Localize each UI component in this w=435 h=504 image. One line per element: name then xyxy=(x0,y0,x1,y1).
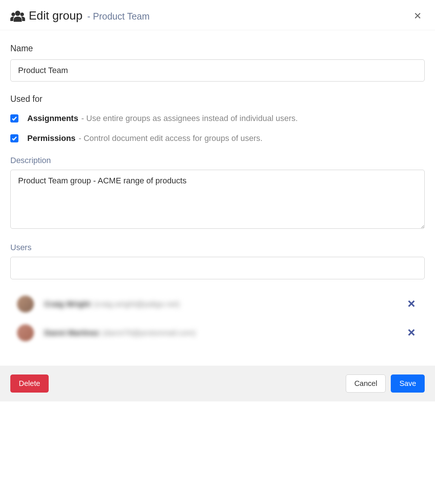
svg-point-2 xyxy=(20,13,24,16)
permissions-label: Permissions xyxy=(27,134,76,143)
user-name: Craig Wright xyxy=(44,300,91,308)
description-textarea[interactable] xyxy=(10,170,425,229)
dialog-header: Edit group - Product Team ✕ xyxy=(0,0,435,30)
save-button[interactable]: Save xyxy=(391,374,425,393)
user-info: Craig Wright (craig.wright@paligo.net) xyxy=(44,300,392,308)
remove-icon xyxy=(408,329,415,336)
checkbox-row-assignments: Assignments - Use entire groups as assig… xyxy=(10,114,425,123)
title-suffix: - Product Team xyxy=(87,11,150,21)
user-name: Danni Martinez xyxy=(44,328,99,337)
remove-user-button[interactable] xyxy=(402,298,421,310)
svg-point-0 xyxy=(15,11,20,16)
user-email: (danni76@protonmail.com) xyxy=(102,328,196,337)
users-group-icon xyxy=(10,10,25,22)
footer-right-buttons: Cancel Save xyxy=(346,374,425,393)
header-title-group: Edit group - Product Team xyxy=(10,9,150,23)
permissions-hint: - Control document edit access for group… xyxy=(79,134,262,143)
assignments-label: Assignments xyxy=(27,114,78,123)
bottom-whitespace xyxy=(0,401,435,474)
name-input[interactable] xyxy=(10,59,425,82)
name-label: Name xyxy=(10,44,425,53)
user-list: Craig Wright (craig.wright@paligo.net) D… xyxy=(10,290,425,347)
avatar xyxy=(17,296,34,313)
users-search-input[interactable] xyxy=(10,257,425,279)
cancel-button[interactable]: Cancel xyxy=(346,374,386,393)
assignments-hint: - Use entire groups as assignees instead… xyxy=(81,114,298,123)
user-row: Craig Wright (craig.wright@paligo.net) xyxy=(10,290,425,318)
user-email: (craig.wright@paligo.net) xyxy=(94,300,180,308)
permissions-checkbox[interactable] xyxy=(10,134,18,142)
users-label: Users xyxy=(10,243,425,252)
checkmark-icon xyxy=(11,115,17,121)
name-section: Name xyxy=(10,44,425,82)
user-info: Danni Martinez (danni76@protonmail.com) xyxy=(44,328,392,337)
used-for-section: Used for Assignments - Use entire groups… xyxy=(10,94,425,143)
used-for-label: Used for xyxy=(10,94,425,104)
close-icon: ✕ xyxy=(414,10,422,21)
checkbox-row-permissions: Permissions - Control document edit acce… xyxy=(10,134,425,143)
description-label: Description xyxy=(10,156,425,165)
dialog-footer: Delete Cancel Save xyxy=(0,366,435,401)
dialog-body: Name Used for Assignments - Use entire g… xyxy=(0,30,435,366)
checkmark-icon xyxy=(11,135,17,141)
remove-icon xyxy=(408,300,415,307)
permissions-label-group: Permissions - Control document edit acce… xyxy=(27,134,262,143)
description-section: Description xyxy=(10,156,425,230)
delete-button[interactable]: Delete xyxy=(10,374,49,393)
svg-point-1 xyxy=(11,13,15,16)
assignments-label-group: Assignments - Use entire groups as assig… xyxy=(27,114,298,123)
users-section: Users Craig Wright (craig.wright@paligo.… xyxy=(10,243,425,347)
avatar xyxy=(17,324,34,341)
title-text: Edit group xyxy=(29,9,83,22)
assignments-checkbox[interactable] xyxy=(10,114,18,122)
edit-group-dialog: Edit group - Product Team ✕ Name Used fo… xyxy=(0,0,435,474)
remove-user-button[interactable] xyxy=(402,327,421,339)
user-row: Danni Martinez (danni76@protonmail.com) xyxy=(10,318,425,347)
close-button[interactable]: ✕ xyxy=(411,10,425,22)
dialog-title: Edit group - Product Team xyxy=(29,9,150,23)
